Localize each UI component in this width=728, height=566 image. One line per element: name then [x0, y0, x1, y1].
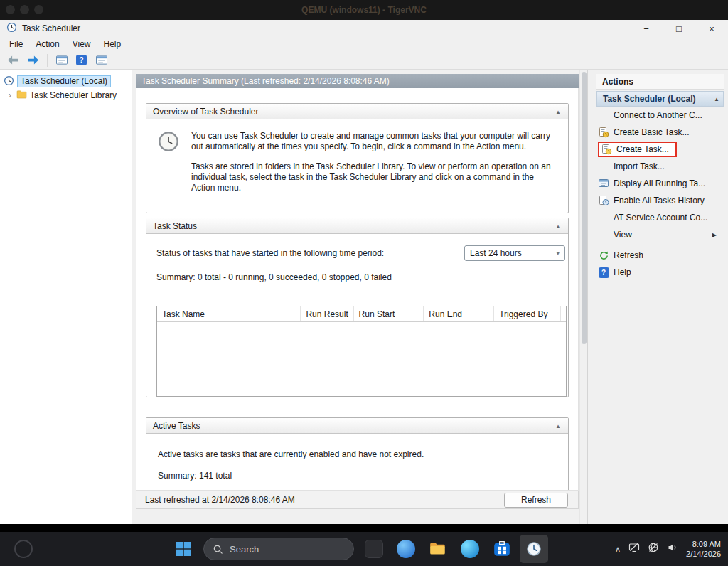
menu-item-action[interactable]: Action — [29, 37, 65, 51]
tasks-history-icon — [598, 195, 609, 206]
blank-icon — [598, 161, 609, 172]
vnc-minimize-button[interactable] — [20, 5, 29, 14]
help-toolbar-button[interactable]: ? — [73, 53, 90, 68]
collapse-chevron-icon[interactable]: ▴ — [552, 420, 564, 432]
overview-clock-icon — [158, 131, 179, 203]
collapse-chevron-icon[interactable]: ▴ — [552, 106, 564, 117]
console-window-icon — [95, 55, 108, 65]
console-window-icon — [55, 55, 68, 65]
time-period-value: Last 24 hours — [470, 248, 522, 258]
blank-icon — [598, 212, 609, 223]
help-icon: ? — [598, 267, 609, 278]
task-status-section-title: Task Status — [153, 221, 197, 231]
collapse-chevron-icon[interactable]: ▴ — [552, 220, 564, 232]
scrollbar-track[interactable] — [579, 70, 587, 524]
blank-icon — [598, 229, 609, 240]
maximize-button[interactable]: □ — [663, 20, 695, 37]
task-status-section-header: Task Status ▴ — [146, 218, 568, 234]
console-tree-pane: Task Scheduler (Local) › Task Scheduler … — [0, 70, 132, 524]
start-button[interactable] — [169, 535, 198, 563]
summary-footer: Last refreshed at 2/14/2026 8:08:46 AM R… — [136, 491, 579, 509]
help-icon: ? — [76, 55, 87, 65]
action-item-refresh[interactable]: Refresh — [596, 247, 724, 264]
window-title: Task Scheduler — [22, 23, 80, 33]
create-basic-task-icon — [598, 127, 609, 138]
forward-arrow-icon — [26, 55, 40, 65]
no-network-icon[interactable] — [628, 542, 640, 556]
forward-button[interactable] — [24, 53, 42, 68]
expand-chevron-icon[interactable]: › — [6, 90, 14, 100]
task-scheduler-window: Task Scheduler − □ × File Action View He… — [0, 20, 728, 524]
task-scheduler-icon — [4, 75, 14, 88]
search-box[interactable]: Search — [203, 538, 354, 560]
action-item-view[interactable]: View ▶ — [596, 226, 724, 243]
vnc-maximize-button[interactable] — [34, 5, 43, 14]
back-arrow-icon — [6, 55, 20, 65]
vnc-close-button[interactable] — [6, 5, 15, 14]
taskbar-app-copilot[interactable] — [392, 535, 420, 563]
column-header-triggered-by[interactable]: Triggered By — [494, 306, 561, 321]
menu-item-view[interactable]: View — [66, 37, 97, 51]
overview-paragraph-2: Tasks are stored in folders in the Task … — [191, 161, 558, 193]
refresh-button[interactable]: Refresh — [504, 493, 568, 508]
action-item-create-basic-task[interactable]: Create Basic Task... — [596, 124, 724, 141]
submenu-arrow-icon: ▶ — [712, 232, 717, 238]
summary-pane: Task Scheduler Summary (Last refreshed: … — [132, 70, 587, 524]
back-button[interactable] — [4, 53, 22, 68]
action-item-display-all-running-tasks[interactable]: Display All Running Ta... — [596, 175, 724, 192]
vnc-titlebar: QEMU (windows11) - TigerVNC — [0, 0, 728, 20]
column-header-run-start[interactable]: Run Start — [354, 306, 424, 321]
action-item-at-service-account-configuration[interactable]: AT Service Account Co... — [596, 209, 724, 226]
action-item-label: AT Service Account Co... — [614, 213, 707, 223]
standard-view-button[interactable] — [92, 53, 110, 68]
taskbar-app-file-explorer[interactable] — [424, 535, 452, 563]
action-item-label: Create Task... — [616, 144, 669, 154]
action-item-connect-to-another-computer[interactable]: Connect to Another C... — [596, 107, 724, 124]
edge-browser-icon — [461, 540, 479, 558]
taskbar-app-dark-window[interactable] — [360, 535, 388, 563]
action-item-label: Connect to Another C... — [614, 110, 702, 120]
action-item-label: Enable All Tasks History — [614, 196, 705, 205]
action-item-create-task[interactable]: Create Task... — [596, 141, 724, 158]
active-tasks-description: Active tasks are tasks that are currentl… — [158, 449, 558, 459]
minimize-button[interactable]: − — [630, 20, 663, 37]
globe-offline-icon[interactable] — [648, 542, 659, 556]
taskbar-clock[interactable]: 8:09 AM 2/14/2026 — [686, 539, 721, 559]
action-item-enable-all-tasks-history[interactable]: Enable All Tasks History — [596, 192, 724, 209]
copilot-icon — [397, 540, 415, 558]
column-header-run-result[interactable]: Run Result — [301, 306, 353, 321]
close-button[interactable]: × — [695, 20, 728, 37]
column-header-task-name[interactable]: Task Name — [157, 306, 301, 321]
console-tree-button[interactable] — [53, 53, 70, 68]
action-item-import-task[interactable]: Import Task... — [596, 158, 724, 175]
actions-group-header[interactable]: Task Scheduler (Local) ▴ — [596, 91, 724, 107]
create-task-icon — [601, 144, 612, 155]
blank-icon — [598, 110, 609, 121]
taskbar-app-edge[interactable] — [456, 535, 484, 563]
clock-date: 2/14/2026 — [686, 549, 721, 559]
dropdown-chevron-icon: ▾ — [556, 250, 560, 257]
search-placeholder: Search — [230, 544, 259, 555]
column-header-run-end[interactable]: Run End — [424, 306, 494, 321]
search-icon — [213, 544, 223, 555]
scrollbar-thumb[interactable] — [582, 72, 587, 344]
tree-item-task-scheduler-library[interactable]: › Task Scheduler Library — [0, 88, 132, 102]
windows-logo-icon — [176, 541, 191, 557]
task-scheduler-app-icon — [6, 22, 17, 36]
menu-item-file[interactable]: File — [3, 37, 29, 51]
taskbar-app-task-scheduler[interactable] — [520, 535, 548, 563]
active-tasks-section: Active Tasks ▴ Active tasks are tasks th… — [146, 417, 569, 491]
volume-icon[interactable] — [667, 542, 678, 556]
time-period-dropdown[interactable]: Last 24 hours ▾ — [464, 245, 565, 261]
menu-item-help[interactable]: Help — [97, 37, 128, 51]
summary-pane-header: Task Scheduler Summary (Last refreshed: … — [136, 74, 579, 88]
overview-paragraph-1: You can use Task Scheduler to create and… — [191, 131, 558, 152]
taskbar-app-store[interactable] — [488, 535, 516, 563]
taskbar: Search ∧ — [0, 532, 728, 566]
actions-pane: Actions Task Scheduler (Local) ▴ Connect… — [587, 70, 728, 524]
hidden-icons-chevron[interactable]: ∧ — [615, 545, 621, 554]
window-titlebar: Task Scheduler − □ × — [0, 20, 728, 37]
action-item-help[interactable]: ? Help — [596, 264, 724, 281]
tree-item-task-scheduler-local[interactable]: Task Scheduler (Local) — [0, 75, 132, 88]
summary-body: Overview of Task Scheduler ▴ You can use… — [136, 88, 579, 491]
